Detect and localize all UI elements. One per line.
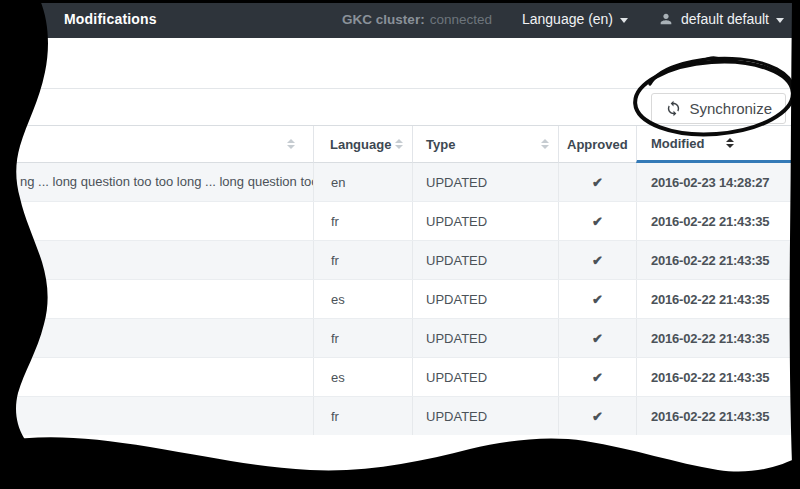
column-header-modified[interactable]: Modified — [636, 126, 800, 163]
table-row[interactable]: es UPDATED ✔ 2016-02-22 21:43:35 — [0, 357, 800, 396]
approved-check-icon: ✔ — [558, 397, 636, 435]
table-row[interactable]: fr UPDATED ✔ 2016-02-22 21:43:35 — [0, 318, 800, 357]
table-toolbar: Synchronize — [0, 89, 800, 125]
modified-cell: 2016-02-22 21:43:35 — [636, 358, 800, 396]
language-cell: en — [313, 163, 412, 201]
language-cell: fr — [313, 319, 412, 357]
approved-check-icon: ✔ — [558, 241, 636, 279]
caret-down-icon — [620, 18, 628, 23]
language-cell: fr — [313, 202, 412, 240]
modified-cell: 2016-02-22 21:43:35 — [636, 319, 800, 357]
modified-cell: 2016-02-23 14:28:27 — [636, 163, 800, 201]
type-cell: UPDATED — [412, 397, 558, 435]
type-cell: UPDATED — [412, 241, 558, 279]
table-row[interactable]: fr UPDATED ✔ 2016-02-22 21:43:35 — [0, 240, 800, 279]
sort-icon — [541, 139, 549, 149]
table-body: ng ... long question too too long ... lo… — [0, 163, 800, 435]
language-cell: es — [313, 358, 412, 396]
type-cell: UPDATED — [412, 163, 558, 201]
language-cell: fr — [313, 397, 412, 435]
modified-cell: 2016-02-22 21:43:35 — [636, 397, 800, 435]
language-menu[interactable]: Language (en) — [522, 11, 628, 27]
table-row[interactable]: fr UPDATED ✔ 2016-02-22 21:43:35 — [0, 201, 800, 240]
column-header-question[interactable] — [0, 126, 313, 163]
approved-check-icon: ✔ — [558, 280, 636, 318]
screenshot-frame: Modifications GKC cluster: connected Lan… — [0, 0, 800, 489]
column-header-approved-label: Approved — [567, 137, 628, 152]
type-cell: UPDATED — [412, 358, 558, 396]
column-header-approved: Approved — [558, 126, 636, 163]
approved-check-icon: ✔ — [558, 358, 636, 396]
column-header-type[interactable]: Type — [412, 126, 558, 163]
language-cell: fr — [313, 241, 412, 279]
sync-icon — [665, 100, 682, 117]
question-cell: ng ... long question too too long ... lo… — [0, 163, 313, 201]
table-row[interactable]: fr UPDATED ✔ 2016-02-22 21:43:35 — [0, 396, 800, 435]
modifications-table: Language Type Approved Modified ng ... l — [0, 125, 800, 435]
column-header-modified-label: Modified — [651, 136, 704, 151]
cluster-status: GKC cluster: connected — [342, 12, 492, 27]
sort-icon — [395, 139, 403, 149]
modified-cell: 2016-02-22 21:43:35 — [636, 241, 800, 279]
approved-check-icon: ✔ — [558, 163, 636, 201]
column-header-type-label: Type — [426, 137, 455, 152]
type-cell: UPDATED — [412, 319, 558, 357]
modified-cell: 2016-02-22 21:43:35 — [636, 280, 800, 318]
column-header-language-label: Language — [330, 137, 391, 152]
synchronize-button[interactable]: Synchronize — [651, 93, 786, 124]
sort-icon-active — [726, 138, 734, 148]
caret-down-icon — [776, 18, 784, 23]
top-navbar: Modifications GKC cluster: connected Lan… — [0, 0, 800, 38]
cluster-status-value: connected — [430, 12, 492, 27]
cluster-status-label: GKC cluster: — [342, 12, 425, 27]
navbar-right: GKC cluster: connected Language (en) def… — [342, 0, 784, 38]
approved-check-icon: ✔ — [558, 202, 636, 240]
user-menu-label: default default — [681, 11, 769, 27]
table-header-row: Language Type Approved Modified — [0, 126, 800, 163]
type-cell: UPDATED — [412, 202, 558, 240]
content-panel: Synchronize Language Type Approve — [0, 88, 800, 435]
synchronize-button-label: Synchronize — [689, 100, 772, 117]
user-icon — [658, 11, 674, 27]
modified-cell: 2016-02-22 21:43:35 — [636, 202, 800, 240]
approved-check-icon: ✔ — [558, 319, 636, 357]
sort-icon — [287, 139, 295, 149]
type-cell: UPDATED — [412, 280, 558, 318]
language-cell: es — [313, 280, 412, 318]
column-header-language[interactable]: Language — [313, 126, 412, 163]
language-menu-label: Language (en) — [522, 11, 613, 27]
table-row[interactable]: ng ... long question too too long ... lo… — [0, 163, 800, 201]
page-title: Modifications — [64, 0, 157, 38]
table-row[interactable]: es UPDATED ✔ 2016-02-22 21:43:35 — [0, 279, 800, 318]
user-menu[interactable]: default default — [658, 11, 784, 27]
